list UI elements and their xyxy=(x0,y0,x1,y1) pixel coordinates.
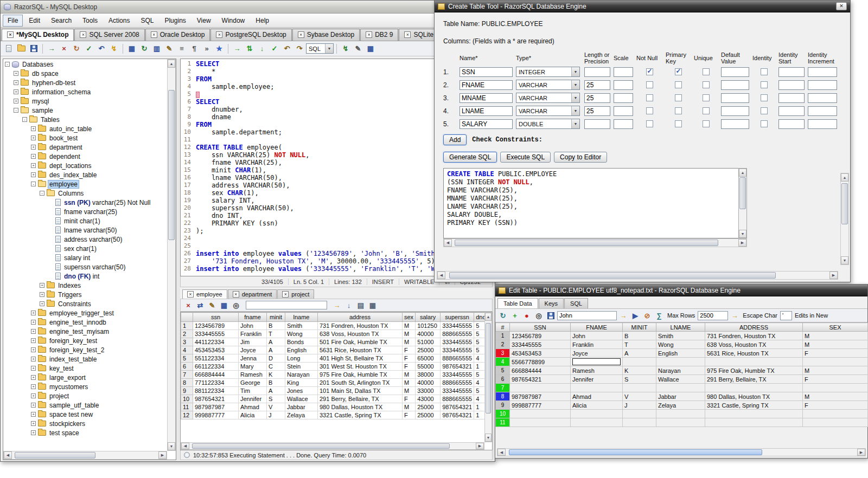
tree-item-key-test[interactable]: +key_test xyxy=(4,364,167,373)
expand-icon[interactable]: + xyxy=(31,375,36,380)
cell[interactable]: 3321 Castle, Spring TX xyxy=(705,401,803,410)
expand-icon[interactable]: + xyxy=(31,172,36,177)
cell[interactable] xyxy=(571,410,623,418)
scroll-thumb[interactable] xyxy=(15,452,95,458)
column-header-fname[interactable]: FNAME xyxy=(571,323,623,332)
tree-item-tables[interactable]: -Tables xyxy=(4,115,167,124)
scroll-up-icon[interactable]: ▲ xyxy=(739,169,746,177)
tree-item-dno-fk[interactable]: dno (FK) int xyxy=(4,272,167,281)
connect-icon[interactable]: → xyxy=(46,43,58,55)
auto-complete-icon[interactable]: ↯ xyxy=(340,43,352,55)
cell[interactable]: 987654321 xyxy=(510,375,571,384)
tree-item-fname-varchar-25[interactable]: fname varchar(25) xyxy=(4,207,167,216)
result-tab-department[interactable]: ×department xyxy=(228,289,277,299)
connection-tab-oracle-desktop[interactable]: ×Oracle Desktop xyxy=(145,29,210,41)
search-results-icon[interactable]: ◎ xyxy=(231,300,241,311)
menu-help[interactable]: Help xyxy=(251,15,274,27)
execute-sql-button[interactable]: Execute SQL xyxy=(500,152,551,163)
clear-icon[interactable]: ⊘ xyxy=(642,310,653,321)
open-file-icon[interactable] xyxy=(15,43,27,55)
scroll-down-icon[interactable]: ▼ xyxy=(739,230,746,238)
cell[interactable]: 987987987 xyxy=(193,403,239,411)
table-row[interactable]: 11 xyxy=(496,418,868,427)
close-tab-icon[interactable]: × xyxy=(366,31,372,38)
favorites-icon[interactable]: ★ xyxy=(213,43,225,55)
cell[interactable]: 51000 xyxy=(416,338,441,346)
tree-item-dependent[interactable]: +dependent xyxy=(4,152,167,161)
locate-icon[interactable]: ▶ xyxy=(630,310,641,321)
browse-database-icon[interactable]: ▦ xyxy=(126,43,138,55)
cell[interactable]: King xyxy=(285,379,318,387)
refresh-icon[interactable]: ↻ xyxy=(138,43,150,55)
cell[interactable]: 975 Fire Oak, Humble TX xyxy=(318,371,403,379)
scroll-right-icon[interactable]: ▶ xyxy=(857,449,865,456)
collapse-icon[interactable]: - xyxy=(22,117,27,122)
cell[interactable]: M xyxy=(803,392,868,401)
cell-editor-input[interactable] xyxy=(572,358,621,365)
cell[interactable]: Jones xyxy=(285,387,318,395)
reconnect-icon[interactable]: ↻ xyxy=(71,43,82,55)
auto-commit-icon[interactable]: ↯ xyxy=(108,43,120,55)
cell[interactable] xyxy=(623,418,656,427)
tree-item-columns[interactable]: -Columns xyxy=(4,189,167,198)
tree-item-databases[interactable]: -Databases xyxy=(4,60,167,69)
expand-icon[interactable]: + xyxy=(31,347,36,352)
tree-item-foreign-key-test-2[interactable]: +foreign_key_test_2 xyxy=(4,345,167,354)
scroll-left-icon[interactable]: ◀ xyxy=(444,239,452,247)
connection-tab-sqlite[interactable]: ×SQLite xyxy=(399,29,439,41)
length-input[interactable] xyxy=(584,119,610,129)
tree-item-mysql[interactable]: +mysql xyxy=(4,96,167,106)
cell[interactable]: Bonds xyxy=(285,338,318,346)
table-row[interactable]: 8987987987AhmadVJabbar980 Dallas, Housto… xyxy=(496,392,868,401)
expand-icon[interactable]: + xyxy=(31,403,36,408)
redo-icon[interactable]: ↷ xyxy=(293,43,305,55)
identity-increment-input[interactable] xyxy=(808,67,837,77)
cell[interactable]: B xyxy=(267,322,285,330)
table-row[interactable]: 10 xyxy=(496,410,868,418)
not-null-checkbox[interactable] xyxy=(646,120,653,127)
column-header-address[interactable]: address xyxy=(318,313,403,322)
cell[interactable] xyxy=(656,384,705,392)
cell[interactable]: K xyxy=(623,366,656,375)
cell[interactable] xyxy=(656,410,705,418)
cell[interactable]: F xyxy=(403,363,416,371)
cell[interactable]: Long xyxy=(285,354,318,363)
scroll-down-icon[interactable]: ▼ xyxy=(168,442,175,450)
cell[interactable] xyxy=(510,418,571,427)
connection-tab-postgresql-desktop[interactable]: ×PostgreSQL Desktop xyxy=(210,29,291,41)
copy-to-editor-button[interactable]: Copy to Editor xyxy=(554,152,607,163)
go-icon[interactable]: → xyxy=(331,300,342,311)
edit-table-icon[interactable]: ✎ xyxy=(163,43,175,55)
cell[interactable]: Alicia xyxy=(239,411,267,419)
scroll-right-icon[interactable]: ▶ xyxy=(476,443,484,449)
cell[interactable]: A xyxy=(623,349,656,358)
column-header-lname[interactable]: LNAME xyxy=(656,323,705,332)
cell[interactable]: 301 West St. Houston TX xyxy=(318,363,403,371)
table-row[interactable]: 45566778899 xyxy=(496,358,868,366)
not-null-checkbox[interactable] xyxy=(646,107,653,114)
cell[interactable]: 666884444 xyxy=(193,371,239,379)
tree-item-stockpickers[interactable]: +stockpickers xyxy=(4,419,167,428)
sum-icon[interactable]: ∑ xyxy=(654,310,665,321)
cell[interactable]: 123456789 xyxy=(193,322,239,330)
identity-increment-input[interactable] xyxy=(808,106,837,116)
cell[interactable]: 291 Berry, Bellaire, TX xyxy=(705,375,803,384)
primary-key-checkbox[interactable] xyxy=(675,68,682,75)
cell[interactable]: Mary xyxy=(239,363,267,371)
not-null-checkbox[interactable] xyxy=(646,81,653,88)
cell[interactable]: 333445555 xyxy=(441,387,474,395)
scroll-thumb[interactable] xyxy=(739,177,746,209)
cell[interactable]: 888665555 xyxy=(441,379,474,387)
scale-input[interactable] xyxy=(614,119,633,129)
cell[interactable] xyxy=(510,384,571,392)
cell[interactable]: 638 Voss, Houston TX xyxy=(318,330,403,338)
max-rows-input[interactable] xyxy=(698,311,728,320)
default-value-input[interactable] xyxy=(721,93,749,103)
tab-table-data[interactable]: Table Data xyxy=(497,298,538,308)
scroll-right-icon[interactable]: ▶ xyxy=(829,272,838,279)
tree-item-triggers[interactable]: +Triggers xyxy=(4,290,167,299)
identity-checkbox[interactable] xyxy=(761,68,768,75)
column-header-sex[interactable]: SEX xyxy=(803,323,868,332)
cell[interactable]: 333445555 xyxy=(441,338,474,346)
collapse-icon[interactable]: - xyxy=(5,62,10,67)
